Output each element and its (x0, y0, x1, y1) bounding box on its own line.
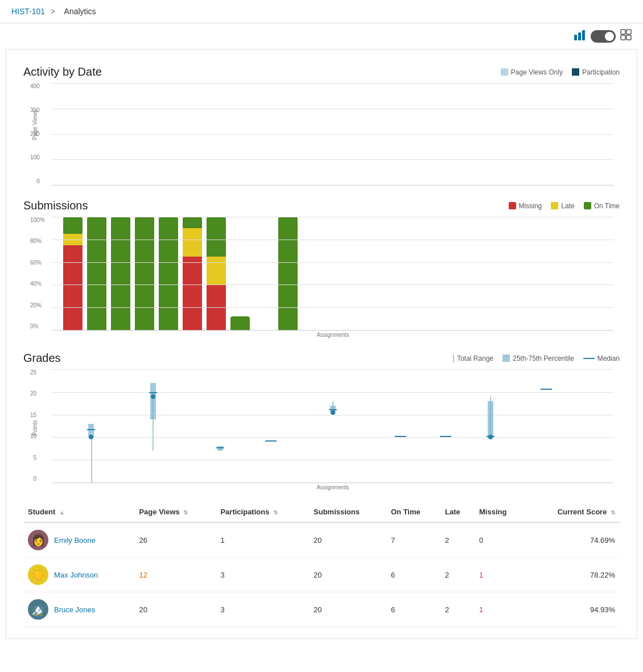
on-time-2: 6 (386, 592, 440, 627)
legend-participation-icon (572, 68, 579, 76)
sub-bar-5 (159, 217, 178, 330)
grade-tick-4 (265, 440, 277, 442)
student-cell-2: 🏔️ Bruce Jones (23, 592, 134, 627)
activity-title: Activity by Date (23, 65, 102, 79)
legend-missing: Missing (509, 202, 542, 210)
sort-participations-icon[interactable]: ⇅ (273, 509, 278, 516)
y-label-400: 400 (30, 83, 40, 89)
legend-median-icon (583, 358, 595, 359)
subs-y-100: 100% (30, 217, 45, 223)
legend-page-views: Page Views Only (501, 68, 563, 76)
chart-icon[interactable] (574, 29, 586, 43)
sub-bar-7 (207, 217, 226, 330)
svg-rect-5 (621, 35, 625, 40)
legend-median-label: Median (597, 354, 620, 362)
legend-total-range-label: Total Range (457, 354, 493, 362)
legend-total-range-icon (453, 354, 454, 362)
sub-bar-1-green (63, 217, 83, 234)
th-participations: Participations ⇅ (216, 502, 309, 522)
grades-y-5: 5 (30, 455, 36, 461)
table-row: 🏔️ Bruce Jones 20 3 20 6 2 1 94.93% (23, 592, 620, 627)
subs-grid-100 (52, 217, 614, 217)
student-name-2[interactable]: Bruce Jones (54, 605, 95, 614)
submissions-x-label: Assignments (52, 332, 614, 338)
svg-rect-4 (626, 30, 631, 34)
sub-bar-1 (63, 217, 83, 330)
y-label-0: 0 (30, 178, 40, 184)
missing-0: 0 (475, 522, 526, 558)
missing-1: 1 (475, 558, 526, 592)
legend-median: Median (583, 354, 620, 362)
legend-page-views-icon (501, 68, 508, 76)
grade-median-1 (87, 429, 95, 430)
sub-bar-7-yellow (207, 257, 226, 285)
activity-y-axis: 400 300 200 100 0 (30, 83, 40, 185)
sub-bar-8 (230, 217, 250, 330)
participations-1: 3 (216, 558, 309, 592)
submissions-title: Submissions (23, 199, 88, 212)
grid-view-icon[interactable] (620, 29, 632, 43)
sub-bar-10 (278, 217, 298, 330)
sub-bar-9 (254, 217, 274, 330)
activity-chart: 400 300 200 100 0 (52, 83, 614, 185)
missing-2: 1 (475, 592, 526, 627)
submissions-bars (52, 217, 614, 330)
grade-tick-9 (541, 389, 552, 390)
subs-y-60: 60% (30, 259, 45, 266)
late-1: 2 (440, 558, 475, 592)
sub-bar-2 (87, 217, 106, 330)
subs-y-axis: 100% 80% 60% 40% 20% 0% (30, 217, 45, 330)
grade-median-2 (149, 392, 157, 393)
legend-on-time-icon (584, 202, 591, 209)
toolbar (0, 23, 643, 49)
sub-bar-4 (135, 217, 154, 330)
submissions-0: 20 (309, 522, 386, 558)
sub-bar-6-yellow (183, 228, 202, 257)
sub-bar-5-green (159, 217, 178, 330)
grade-tick-6 (395, 436, 406, 437)
avatar-2: 🏔️ (28, 599, 48, 620)
page-views-1: 12 (134, 558, 216, 592)
data-table: Student ▲ Page Views ⇅ Participations ⇅ (23, 502, 620, 627)
view-toggle[interactable] (591, 30, 616, 43)
grades-grid-10 (52, 437, 614, 438)
legend-participation-label: Participation (582, 68, 620, 76)
on-time-0: 7 (386, 522, 440, 558)
participations-2: 3 (216, 592, 309, 627)
student-name-1[interactable]: Max Johnson (54, 571, 98, 579)
sort-score-icon[interactable]: ⇅ (611, 509, 615, 516)
sub-bar-8-green (230, 316, 250, 330)
th-on-time: On Time (386, 502, 440, 522)
legend-late: Late (551, 202, 574, 210)
th-late: Late (440, 502, 475, 522)
student-info-0: 👩 Emily Boone (28, 530, 130, 550)
submissions-chart: 100% 80% 60% 40% 20% 0% (52, 217, 614, 331)
subs-grid-60 (52, 262, 614, 263)
grade-box-8 (488, 401, 493, 438)
svg-rect-6 (626, 35, 631, 40)
breadcrumb-separator: > (51, 7, 55, 16)
activity-legend: Page Views Only Participation (501, 68, 620, 76)
legend-percentile-label: 25th-75th Percentile (513, 354, 574, 362)
sub-bar-6-red (183, 257, 202, 330)
grades-y-20: 20 (30, 390, 36, 397)
current-score-0: 74.69% (526, 522, 620, 558)
y-label-300: 300 (30, 107, 40, 113)
late-2: 2 (440, 592, 475, 627)
sort-pageviews-icon[interactable]: ⇅ (183, 509, 188, 516)
grades-chart-wrapper: Points 25 20 15 10 5 0 (29, 369, 614, 490)
grid-line-200 (52, 134, 614, 135)
legend-page-views-label: Page Views Only (511, 68, 563, 76)
activity-section-header: Activity by Date Page Views Only Partici… (23, 65, 620, 79)
legend-on-time-label: On Time (594, 202, 620, 210)
student-name-0[interactable]: Emily Boone (54, 536, 96, 545)
sub-bar-10-green (278, 217, 298, 330)
subs-grid-80 (52, 240, 614, 240)
sort-student-icon[interactable]: ▲ (59, 509, 65, 516)
grades-y-axis: 25 20 15 10 5 0 (30, 369, 36, 483)
breadcrumb-course-link[interactable]: HIST-101 (11, 7, 45, 16)
grades-grid-5 (52, 460, 614, 460)
grades-y-0: 0 (30, 476, 36, 482)
sub-bar-2-green (87, 217, 106, 330)
subs-y-20: 20% (30, 302, 45, 308)
